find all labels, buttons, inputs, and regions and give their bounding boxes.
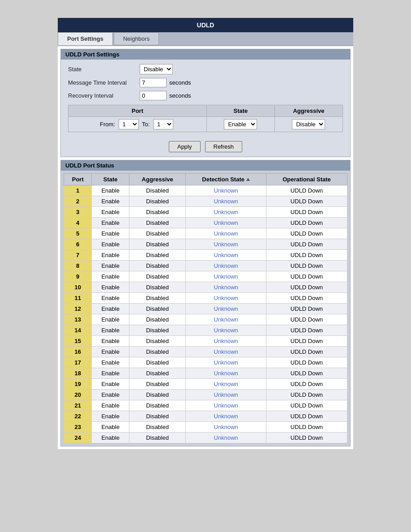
table-row: 24EnableDisabledUnknownUDLD Down (64, 433, 347, 443)
detection-cell: Unknown (186, 282, 266, 293)
state-cell: Enable (92, 314, 129, 325)
detection-cell: Unknown (186, 400, 266, 411)
aggressive-cell: Disabled (129, 185, 185, 196)
detection-cell: Unknown (186, 314, 266, 325)
operational-cell: UDLD Down (266, 271, 347, 282)
port-cell: 22 (64, 411, 92, 422)
detection-cell: Unknown (186, 207, 266, 218)
aggressive-cell: Disabled (129, 304, 185, 314)
operational-cell: UDLD Down (266, 304, 347, 314)
aggressive-cell: Disabled (129, 411, 185, 422)
port-cell: 6 (64, 239, 92, 250)
aggressive-cell: Disabled (129, 196, 185, 207)
message-time-interval-input[interactable] (140, 78, 167, 87)
table-row: 19EnableDisabledUnknownUDLD Down (64, 379, 347, 390)
table-row: 7EnableDisabledUnknownUDLD Down (64, 250, 347, 261)
port-cell: 10 (64, 282, 92, 293)
state-cell: Enable (92, 357, 129, 368)
detection-cell: Unknown (186, 239, 266, 250)
detection-cell: Unknown (186, 368, 266, 379)
operational-cell: UDLD Down (266, 282, 347, 293)
table-row: 6EnableDisabledUnknownUDLD Down (64, 239, 347, 250)
table-row: 21EnableDisabledUnknownUDLD Down (64, 400, 347, 411)
state-cell: Enable (92, 422, 129, 433)
port-config-table: Port State Aggressive From: 1 234 567 (68, 105, 343, 132)
aggressive-cell: Disabled (129, 228, 185, 239)
port-cell: 18 (64, 368, 92, 379)
table-row: 15EnableDisabledUnknownUDLD Down (64, 336, 347, 347)
status-table: Port State Aggressive Detection State Op… (64, 173, 347, 443)
tab-neighbors[interactable]: Neighbors (114, 32, 159, 45)
sort-arrow-icon (246, 178, 250, 181)
operational-cell: UDLD Down (266, 433, 347, 443)
state-select[interactable]: Enable Disable (140, 64, 173, 74)
operational-cell: UDLD Down (266, 218, 347, 228)
port-to-select[interactable]: 1 234 567 8910 111213 141516 171819 2021… (153, 119, 173, 129)
port-from-select[interactable]: 1 234 567 8910 111213 141516 171819 2021… (119, 119, 139, 129)
table-row: 1EnableDisabledUnknownUDLD Down (64, 185, 347, 196)
state-cell: Enable (92, 293, 129, 304)
detection-cell: Unknown (186, 357, 266, 368)
state-cell: Enable (92, 347, 129, 357)
table-row: 12EnableDisabledUnknownUDLD Down (64, 304, 347, 314)
detection-cell: Unknown (186, 218, 266, 228)
operational-cell: UDLD Down (266, 207, 347, 218)
detection-cell: Unknown (186, 411, 266, 422)
detection-cell: Unknown (186, 325, 266, 336)
status-col-detection[interactable]: Detection State (186, 174, 266, 185)
from-label: From: (100, 121, 115, 128)
detection-cell: Unknown (186, 261, 266, 271)
port-cell: 11 (64, 293, 92, 304)
port-state-select[interactable]: Enable Disable (224, 119, 257, 129)
operational-cell: UDLD Down (266, 196, 347, 207)
aggressive-cell: Disabled (129, 357, 185, 368)
detection-cell: Unknown (186, 379, 266, 390)
port-cell: 15 (64, 336, 92, 347)
page-title: UDLD (58, 18, 353, 32)
port-aggressive-select[interactable]: Enable Disable (292, 119, 325, 129)
state-cell: Enable (92, 218, 129, 228)
state-cell: Enable (92, 390, 129, 400)
state-row: State Enable Disable (68, 64, 343, 74)
state-cell: Enable (92, 433, 129, 443)
status-col-aggressive: Aggressive (129, 174, 185, 185)
status-col-state: State (92, 174, 129, 185)
message-time-interval-label: Message Time Interval (68, 79, 140, 86)
table-row: 8EnableDisabledUnknownUDLD Down (64, 261, 347, 271)
apply-button[interactable]: Apply (169, 141, 201, 152)
tab-port-settings[interactable]: Port Settings (58, 32, 113, 45)
aggressive-cell: Disabled (129, 336, 185, 347)
operational-cell: UDLD Down (266, 422, 347, 433)
table-row: 16EnableDisabledUnknownUDLD Down (64, 347, 347, 357)
operational-cell: UDLD Down (266, 250, 347, 261)
port-cell: 13 (64, 314, 92, 325)
recovery-interval-input[interactable] (140, 91, 167, 100)
state-cell: Enable (92, 411, 129, 422)
status-col-operational: Operational State (266, 174, 347, 185)
refresh-button[interactable]: Refresh (205, 141, 243, 152)
detection-cell: Unknown (186, 250, 266, 261)
port-config-col-port: Port (68, 105, 207, 117)
message-time-interval-row: Message Time Interval seconds (68, 78, 343, 87)
port-cell: 1 (64, 185, 92, 196)
message-time-interval-value: seconds (140, 78, 191, 87)
detection-cell: Unknown (186, 228, 266, 239)
detection-cell: Unknown (186, 185, 266, 196)
table-row: 4EnableDisabledUnknownUDLD Down (64, 218, 347, 228)
table-row: 14EnableDisabledUnknownUDLD Down (64, 325, 347, 336)
state-cell: Enable (92, 368, 129, 379)
port-cell: 19 (64, 379, 92, 390)
table-row: 2EnableDisabledUnknownUDLD Down (64, 196, 347, 207)
aggressive-cell: Disabled (129, 347, 185, 357)
port-cell: 2 (64, 196, 92, 207)
aggressive-cell: Disabled (129, 368, 185, 379)
aggressive-cell: Disabled (129, 282, 185, 293)
operational-cell: UDLD Down (266, 357, 347, 368)
state-cell: Enable (92, 239, 129, 250)
table-row: 23EnableDisabledUnknownUDLD Down (64, 422, 347, 433)
port-range-cell: From: 1 234 567 8910 111213 141516 17181… (68, 117, 207, 132)
port-cell: 12 (64, 304, 92, 314)
detection-cell: Unknown (186, 336, 266, 347)
port-cell: 9 (64, 271, 92, 282)
detection-state-sort: Detection State (202, 176, 250, 183)
